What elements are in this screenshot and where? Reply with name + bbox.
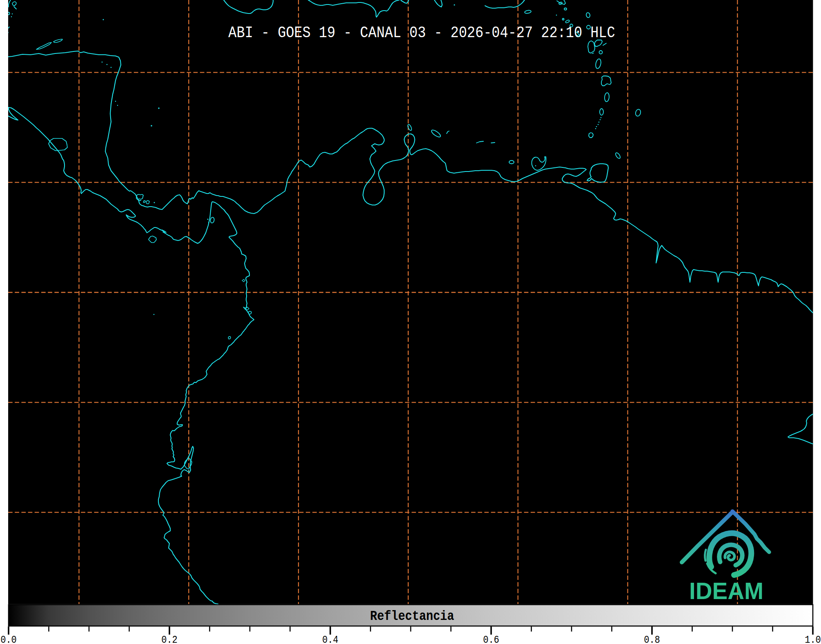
svg-text:0.8: 0.8 (644, 634, 660, 644)
svg-text:1.0: 1.0 (805, 634, 821, 644)
svg-text:0.2: 0.2 (161, 634, 178, 644)
svg-text:0.0: 0.0 (0, 634, 17, 644)
svg-text:IDEAM: IDEAM (689, 578, 763, 604)
svg-text:0.6: 0.6 (483, 634, 499, 644)
svg-text:0.4: 0.4 (322, 634, 338, 644)
svg-text:Reflectancia: Reflectancia (370, 608, 454, 624)
svg-text:ABI - GOES 19 - CANAL 03 - 202: ABI - GOES 19 - CANAL 03 - 2026-04-27 22… (228, 24, 615, 42)
